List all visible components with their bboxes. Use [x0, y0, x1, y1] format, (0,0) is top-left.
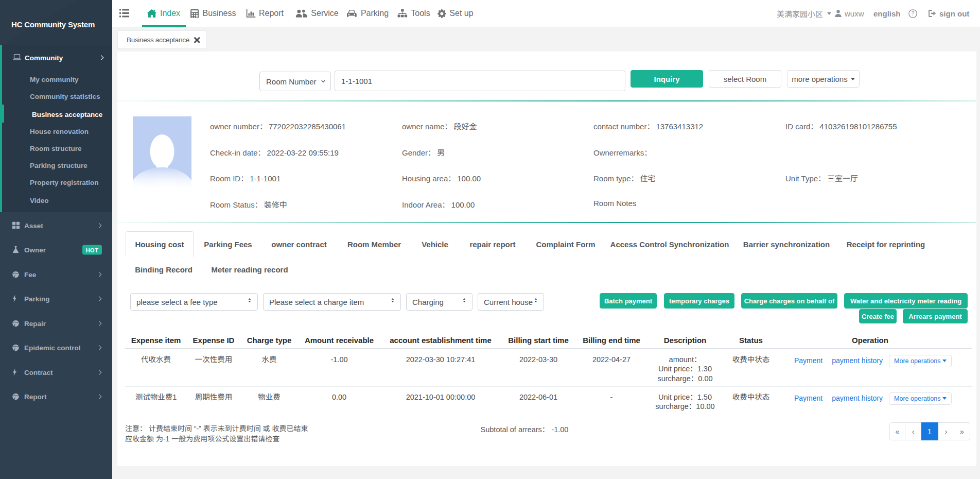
svg-text:?: ? — [912, 10, 915, 16]
